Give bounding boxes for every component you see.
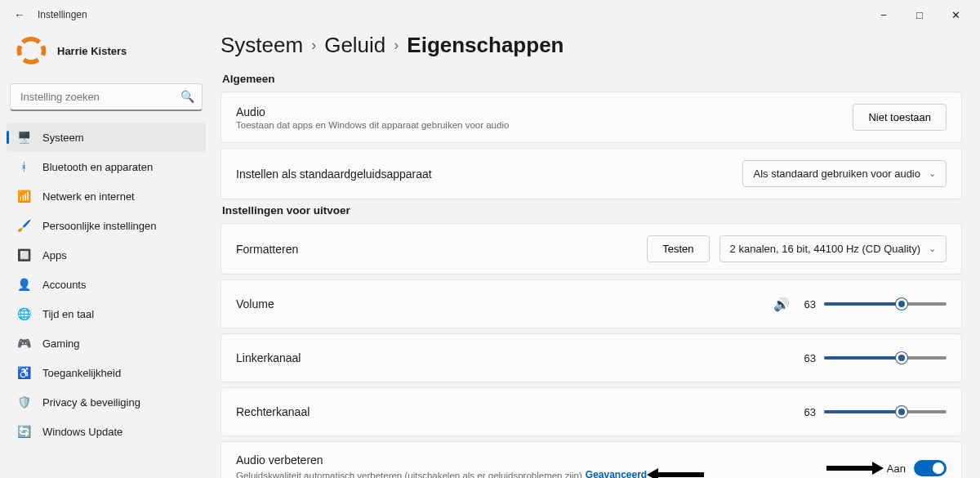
card-left-channel: Linkerkanaal 63 xyxy=(220,333,962,382)
sidebar-item-tijd-en-taal[interactable]: 🌐Tijd en taal xyxy=(7,299,206,328)
avatar xyxy=(15,34,47,67)
search-input[interactable] xyxy=(10,83,203,111)
sidebar-item-label: Windows Update xyxy=(42,426,122,438)
sidebar-item-label: Tijd en taal xyxy=(42,308,94,320)
search-icon: 🔍 xyxy=(180,90,194,103)
breadcrumb-sound[interactable]: Geluid xyxy=(324,33,385,58)
sidebar-item-label: Persoonlijke instellingen xyxy=(42,220,156,232)
svg-marker-1 xyxy=(826,462,884,475)
card-format: Formatteren Testen 2 kanalen, 16 bit, 44… xyxy=(220,223,962,275)
breadcrumb-properties: Eigenschappen xyxy=(407,33,564,58)
sidebar: Harrie Kisters 🔍 🖥️SysteemᚼBluetooth en … xyxy=(0,29,212,478)
profile-name: Harrie Kisters xyxy=(57,45,127,57)
maximize-button[interactable]: □ xyxy=(902,2,938,28)
sidebar-item-label: Accounts xyxy=(42,279,86,291)
close-button[interactable]: ✕ xyxy=(938,2,973,28)
chevron-down-icon: ⌄ xyxy=(929,243,936,254)
card-right-channel: Rechterkanaal 63 xyxy=(220,387,962,436)
sidebar-item-toegankelijkheid[interactable]: ♿Toegankelijkheid xyxy=(7,358,206,387)
disallow-button[interactable]: Niet toestaan xyxy=(853,104,947,131)
nav-icon: 🔲 xyxy=(16,248,31,262)
left-label: Linkerkanaal xyxy=(236,351,301,364)
profile[interactable]: Harrie Kisters xyxy=(7,29,206,80)
sidebar-item-label: Privacy & beveiliging xyxy=(42,396,140,409)
sidebar-item-persoonlijke-instellingen[interactable]: 🖌️Persoonlijke instellingen xyxy=(7,211,206,240)
right-slider[interactable] xyxy=(824,404,947,420)
sidebar-item-apps[interactable]: 🔲Apps xyxy=(7,240,206,270)
sidebar-item-label: Apps xyxy=(42,249,67,261)
right-value: 63 xyxy=(800,406,816,418)
card-enhance-audio: Audio verbeteren Geluidskwaliteit automa… xyxy=(220,441,962,478)
chevron-right-icon: › xyxy=(311,37,316,54)
sidebar-item-windows-update[interactable]: 🔄Windows Update xyxy=(7,417,206,446)
format-dropdown[interactable]: 2 kanalen, 16 bit, 44100 Hz (CD Quality)… xyxy=(719,235,947,262)
nav-icon: ♿ xyxy=(16,365,31,380)
sidebar-item-label: Gaming xyxy=(42,337,80,350)
advanced-link[interactable]: Geavanceerd xyxy=(586,469,647,478)
sidebar-item-bluetooth-en-apparaten[interactable]: ᚼBluetooth en apparaten xyxy=(7,152,206,181)
nav-icon: 🌐 xyxy=(16,306,31,321)
format-label: Formatteren xyxy=(236,243,298,256)
volume-label: Volume xyxy=(236,297,274,310)
enhance-state: Aan xyxy=(887,462,906,475)
search-field[interactable]: 🔍 xyxy=(10,83,203,111)
main-content: Systeem › Geluid › Eigenschappen Algemee… xyxy=(212,29,980,478)
speaker-icon[interactable]: 🔊 xyxy=(773,297,790,312)
titlebar: ← Instellingen − □ ✕ xyxy=(0,0,980,29)
nav-icon: 🎮 xyxy=(16,336,31,351)
volume-slider[interactable] xyxy=(824,296,947,312)
nav-icon: ᚼ xyxy=(16,159,31,174)
sidebar-item-gaming[interactable]: 🎮Gaming xyxy=(7,328,206,358)
breadcrumb: Systeem › Geluid › Eigenschappen xyxy=(220,33,962,58)
svg-marker-0 xyxy=(647,468,704,478)
back-button[interactable]: ← xyxy=(7,8,33,21)
sidebar-item-privacy-beveiliging[interactable]: 🛡️Privacy & beveiliging xyxy=(7,387,206,417)
card-volume: Volume 🔊 63 xyxy=(220,279,962,328)
card-default-device: Instellen als standaardgeluidsapparaat A… xyxy=(220,148,962,199)
section-output: Instellingen voor uitvoer xyxy=(222,204,962,217)
sidebar-item-label: Toegankelijkheid xyxy=(42,367,121,379)
default-dropdown[interactable]: Als standaard gebruiken voor audio ⌄ xyxy=(742,160,947,187)
sidebar-item-accounts[interactable]: 👤Accounts xyxy=(7,270,206,299)
chevron-down-icon: ⌄ xyxy=(929,168,936,179)
audio-sub: Toestaan dat apps en Windows dit apparaa… xyxy=(236,120,509,130)
nav-list: 🖥️SysteemᚼBluetooth en apparaten📶Netwerk… xyxy=(7,123,206,446)
window-title: Instellingen xyxy=(38,9,87,20)
volume-value: 63 xyxy=(800,298,816,310)
format-dropdown-value: 2 kanalen, 16 bit, 44100 Hz (CD Quality) xyxy=(730,243,920,255)
nav-icon: 📶 xyxy=(16,189,31,203)
enhance-sub: Geluidskwaliteit automatisch verbeteren … xyxy=(236,471,582,478)
nav-icon: 🛡️ xyxy=(16,395,31,409)
enhance-toggle[interactable] xyxy=(914,460,947,476)
sidebar-item-label: Netwerk en internet xyxy=(42,190,135,203)
annotation-arrow-icon xyxy=(826,460,884,476)
audio-label: Audio xyxy=(236,105,509,118)
sidebar-item-label: Bluetooth en apparaten xyxy=(42,161,153,173)
nav-icon: 🖥️ xyxy=(16,130,31,145)
test-button[interactable]: Testen xyxy=(647,235,709,262)
nav-icon: 👤 xyxy=(16,277,31,292)
card-audio: Audio Toestaan dat apps en Windows dit a… xyxy=(220,92,962,143)
section-general: Algemeen xyxy=(222,73,962,85)
left-slider[interactable] xyxy=(824,350,947,366)
chevron-right-icon: › xyxy=(394,37,399,54)
annotation-arrow-icon xyxy=(647,467,704,478)
default-label: Instellen als standaardgeluidsapparaat xyxy=(236,168,432,181)
window-controls: − □ ✕ xyxy=(866,2,973,28)
breadcrumb-system[interactable]: Systeem xyxy=(220,33,303,58)
sidebar-item-systeem[interactable]: 🖥️Systeem xyxy=(7,123,206,152)
nav-icon: 🖌️ xyxy=(16,218,31,233)
sidebar-item-netwerk-en-internet[interactable]: 📶Netwerk en internet xyxy=(7,181,206,211)
left-value: 63 xyxy=(800,352,816,364)
sidebar-item-label: Systeem xyxy=(42,132,84,144)
enhance-label: Audio verbeteren xyxy=(236,453,704,467)
right-label: Rechterkanaal xyxy=(236,405,310,418)
default-dropdown-value: Als standaard gebruiken voor audio xyxy=(753,168,920,180)
nav-icon: 🔄 xyxy=(16,424,31,439)
minimize-button[interactable]: − xyxy=(866,2,902,28)
